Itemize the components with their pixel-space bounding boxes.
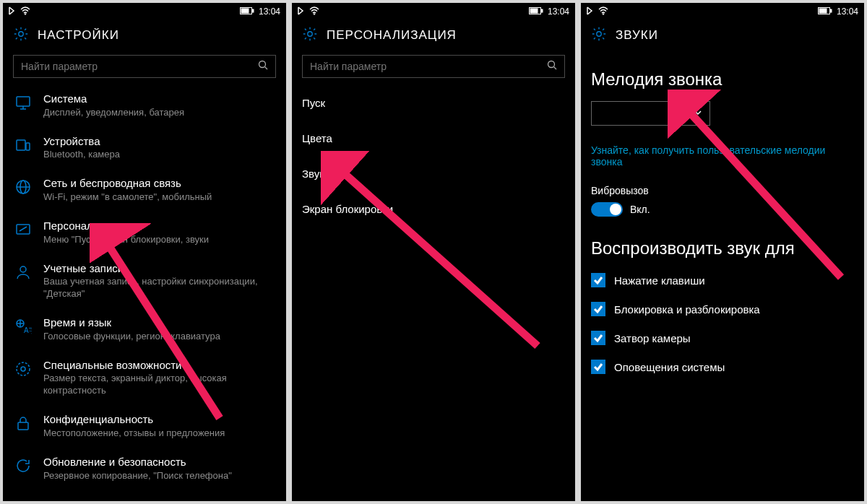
personalization-list: Пуск Цвета Звуки Экран блокировки: [292, 85, 575, 501]
item-title: Сеть и беспроводная связь: [43, 177, 276, 191]
chevron-down-icon: [694, 107, 702, 120]
back-icon: [7, 6, 16, 17]
svg-point-5: [259, 61, 266, 68]
vibrate-on-label: Вкл.: [630, 204, 650, 215]
svg-point-0: [25, 13, 26, 14]
battery-icon: [529, 6, 543, 17]
svg-rect-2: [252, 9, 254, 12]
svg-rect-40: [819, 9, 827, 13]
apps-icon: [14, 500, 32, 501]
help-link[interactable]: Узнайте, как получить пользовательские м…: [591, 144, 854, 168]
item-title: Обновление и безопасность: [43, 456, 276, 469]
ringtone-dropdown[interactable]: [591, 101, 710, 126]
item-sub: Wi-Fi, режим "в самолете", мобильный: [43, 191, 276, 204]
header: НАСТРОЙКИ: [3, 19, 286, 55]
search-box[interactable]: [302, 55, 565, 78]
list-item-sounds[interactable]: Звуки: [302, 156, 565, 191]
screen-settings: 13:04 НАСТРОЙКИ СистемаДисплей, уведомле…: [3, 3, 286, 501]
lock-icon: [14, 414, 32, 435]
status-bar: 13:04: [581, 3, 864, 19]
item-sub: Ваша учетная запись, настройки синхрониз…: [43, 276, 276, 300]
item-title: Конфиденциальность: [43, 413, 276, 427]
checkbox-icon: [591, 273, 605, 287]
header: ПЕРСОНАЛИЗАЦИЯ: [292, 19, 575, 55]
item-sub: Меню "Пуск", экран блокировки, звуки: [43, 234, 276, 246]
accessibility-icon: [14, 360, 32, 381]
checkbox-icon: [591, 331, 605, 345]
wifi-icon: [598, 6, 608, 17]
clock-text: 13:04: [259, 6, 280, 17]
item-title: Персонализация: [43, 220, 276, 233]
settings-item-privacy[interactable]: КонфиденциальностьМестоположение, отзывы…: [13, 406, 276, 448]
refresh-icon: [14, 457, 32, 477]
list-item-colors[interactable]: Цвета: [302, 121, 565, 156]
wifi-icon: [309, 6, 319, 17]
settings-item-extras[interactable]: Дополнения: [13, 491, 276, 501]
item-sub: Голосовые функции, регион, клавиатура: [43, 331, 276, 343]
gear-icon: [591, 26, 607, 45]
svg-point-4: [19, 32, 23, 36]
svg-point-33: [548, 61, 555, 68]
svg-rect-3: [241, 9, 249, 13]
svg-rect-39: [830, 9, 832, 12]
svg-line-34: [554, 67, 557, 70]
gear-icon: [302, 26, 318, 45]
settings-item-devices[interactable]: УстройстваBluetooth, камера: [13, 128, 276, 170]
vibrate-label: Вибровызов: [591, 185, 854, 196]
svg-point-28: [314, 13, 315, 14]
check-row-lock[interactable]: Блокировка и разблокировка: [591, 302, 854, 316]
settings-item-personalization[interactable]: ПерсонализацияМеню "Пуск", экран блокиро…: [13, 212, 276, 255]
gear-icon: [13, 26, 29, 45]
svg-rect-7: [17, 97, 30, 106]
devices-icon: [14, 136, 32, 157]
svg-rect-21: [18, 422, 28, 430]
item-sub: Размер текста, экранный диктор, высокая …: [43, 373, 276, 397]
ringtone-heading: Мелодия звонка: [591, 69, 854, 90]
sounds-content: Мелодия звонка Узнайте, как получить пол…: [581, 55, 864, 501]
settings-item-update[interactable]: Обновление и безопасностьРезервное копир…: [13, 448, 276, 491]
item-title: Время и язык: [43, 316, 276, 330]
settings-item-system[interactable]: СистемаДисплей, уведомления, батарея: [13, 85, 276, 128]
list-item-lockscreen[interactable]: Экран блокировки: [302, 191, 565, 227]
list-item-start[interactable]: Пуск: [302, 85, 565, 121]
search-box[interactable]: [13, 55, 276, 78]
check-label: Затвор камеры: [614, 332, 691, 344]
screen-sounds: 13:04 ЗВУКИ Мелодия звонка Узнайте, как …: [581, 3, 864, 501]
clock-text: 13:04: [837, 6, 858, 17]
check-row-keypress[interactable]: Нажатие клавиши: [591, 273, 854, 287]
svg-point-16: [20, 266, 26, 272]
settings-item-accessibility[interactable]: Специальные возможностиРазмер текста, эк…: [13, 352, 276, 407]
settings-item-network[interactable]: Сеть и беспроводная связьWi-Fi, режим "в…: [13, 170, 276, 212]
settings-item-accounts[interactable]: Учетные записиВаша учетная запись, настр…: [13, 255, 276, 310]
svg-point-32: [308, 32, 312, 36]
svg-rect-30: [541, 9, 543, 12]
globe-icon: [14, 178, 32, 199]
search-input[interactable]: [310, 61, 547, 72]
svg-point-37: [603, 13, 604, 14]
item-sub: Дисплей, уведомления, батарея: [43, 107, 276, 119]
screen-personalization: 13:04 ПЕРСОНАЛИЗАЦИЯ Пуск Цвета Звуки Эк…: [292, 3, 575, 501]
vibrate-toggle[interactable]: [591, 202, 623, 217]
svg-text:A字: A字: [24, 326, 32, 334]
page-title: ПЕРСОНАЛИЗАЦИЯ: [327, 28, 457, 43]
wifi-icon: [20, 6, 30, 17]
check-row-system-alerts[interactable]: Оповещения системы: [591, 360, 854, 374]
status-bar: 13:04: [3, 3, 286, 19]
status-bar: 13:04: [292, 3, 575, 19]
item-title: Устройства: [43, 135, 276, 149]
settings-item-time-language[interactable]: A字 Время и языкГолосовые функции, регион…: [13, 309, 276, 352]
item-sub: Резервное копирование, "Поиск телефона": [43, 470, 276, 482]
search-input[interactable]: [21, 61, 258, 72]
personalize-icon: [14, 221, 32, 241]
back-icon: [296, 6, 305, 17]
item-title: Дополнения: [43, 498, 276, 501]
settings-list: СистемаДисплей, уведомления, батарея Уст…: [3, 85, 286, 501]
svg-point-41: [597, 32, 601, 36]
item-title: Учетные записи: [43, 262, 276, 276]
user-icon: [14, 264, 32, 284]
check-row-camera[interactable]: Затвор камеры: [591, 331, 854, 345]
header: ЗВУКИ: [581, 19, 864, 55]
svg-rect-31: [530, 9, 538, 13]
monitor-icon: [14, 94, 32, 114]
checkbox-icon: [591, 360, 605, 374]
